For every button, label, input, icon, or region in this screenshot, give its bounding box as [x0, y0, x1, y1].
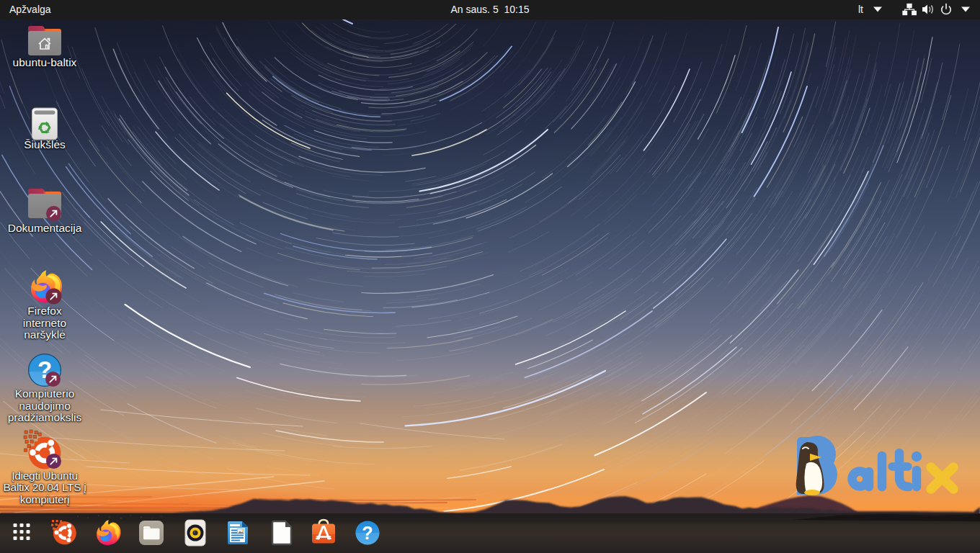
- svg-text:?: ?: [362, 523, 373, 543]
